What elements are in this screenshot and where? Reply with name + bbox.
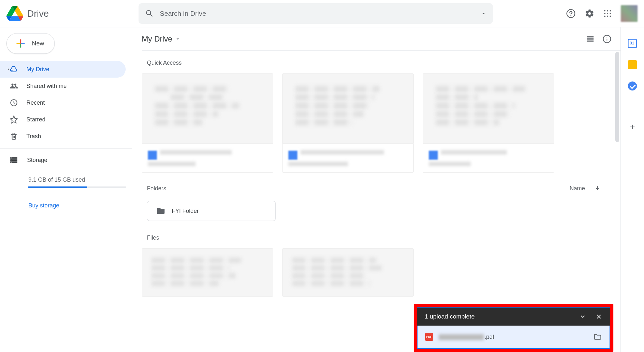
sidebar-item-label: Starred [26, 116, 45, 123]
card-meta [142, 144, 273, 173]
search-placeholder: Search in Drive [160, 10, 481, 17]
svg-point-9 [607, 16, 608, 17]
breadcrumb-label: My Drive [142, 34, 172, 43]
trash-icon [10, 132, 19, 140]
svg-point-3 [607, 10, 608, 11]
upload-complete-panel: 1 upload complete PDF .pdf [414, 304, 613, 352]
folder-item[interactable]: FYI Folder [147, 201, 276, 221]
card-thumbnail [142, 73, 273, 144]
drive-icon [10, 65, 19, 73]
sidebar-item-label: My Drive [26, 66, 49, 73]
svg-point-6 [607, 13, 608, 14]
folders-label: Folders [147, 185, 166, 192]
upload-title: 1 upload complete [425, 313, 570, 320]
apps-grid-icon[interactable] [603, 9, 612, 18]
doc-type-icon [288, 151, 297, 160]
collapse-chevron-icon[interactable] [579, 313, 586, 320]
sidebar-item-label: Recent [26, 100, 45, 106]
file-card[interactable] [282, 248, 414, 297]
clock-icon [10, 99, 19, 107]
scrollbar[interactable] [615, 52, 619, 142]
buy-storage-link[interactable]: Buy storage [28, 202, 126, 209]
folder-icon [156, 206, 165, 215]
info-icon[interactable] [602, 34, 611, 43]
quick-access-label: Quick Access [147, 60, 620, 66]
account-avatar[interactable] [621, 5, 638, 22]
settings-gear-icon[interactable] [585, 9, 594, 18]
svg-point-10 [610, 16, 611, 17]
upload-panel-header: 1 upload complete [417, 307, 610, 326]
sidebar-item-shared[interactable]: Shared with me [0, 78, 126, 94]
sidebar: New My Drive Shared with me Recent [0, 27, 132, 352]
new-button[interactable]: New [6, 33, 55, 54]
app-name: Drive [27, 8, 49, 19]
storage-usage-text: 9.1 GB of 15 GB used [28, 176, 126, 183]
arrow-down-icon [594, 185, 601, 192]
card-meta [423, 144, 554, 173]
sidebar-nav: My Drive Shared with me Recent Starred T… [0, 61, 132, 145]
svg-point-7 [610, 13, 611, 14]
plus-icon [14, 37, 27, 50]
files-grid [142, 248, 620, 297]
sidebar-item-label: Shared with me [26, 83, 67, 90]
quick-access-row [142, 73, 620, 173]
tasks-app-icon[interactable] [628, 81, 637, 90]
quick-access-card[interactable] [142, 73, 273, 173]
sidebar-item-recent[interactable]: Recent [0, 94, 126, 111]
locate-folder-icon[interactable] [593, 333, 602, 341]
svg-point-5 [604, 13, 605, 14]
star-icon [10, 115, 19, 124]
card-meta [282, 144, 414, 173]
main-content: My Drive Quick Access [132, 27, 621, 352]
quick-access-card[interactable] [282, 73, 414, 173]
breadcrumb[interactable]: My Drive [142, 34, 181, 43]
svg-point-1 [571, 15, 572, 16]
logo-area[interactable]: Drive [6, 5, 139, 22]
storage-section: Storage [0, 156, 132, 164]
card-thumbnail [282, 73, 414, 144]
sidebar-item-my-drive[interactable]: My Drive [0, 61, 126, 78]
sidebar-item-starred[interactable]: Starred [0, 111, 126, 128]
storage-icon [10, 156, 18, 164]
sort-control[interactable]: Name [570, 185, 601, 192]
storage-progress-fill [28, 186, 87, 188]
files-label: Files [147, 234, 620, 241]
uploaded-file-row[interactable]: PDF .pdf [417, 326, 610, 349]
quick-access-card[interactable] [423, 73, 554, 173]
drive-logo-icon [6, 5, 23, 22]
chevron-down-icon [175, 36, 181, 42]
sort-label: Name [570, 185, 585, 192]
app-header: Drive Search in Drive [0, 0, 644, 27]
svg-point-4 [610, 10, 611, 11]
doc-type-icon [148, 151, 157, 160]
storage-progress-bar [28, 186, 126, 188]
storage-label: Storage [27, 157, 47, 164]
people-icon [10, 82, 19, 90]
calendar-app-icon[interactable] [628, 39, 637, 48]
uploaded-filename: .pdf [439, 334, 494, 340]
file-card[interactable] [142, 248, 273, 297]
add-app-icon[interactable]: + [630, 122, 635, 132]
svg-point-2 [604, 10, 605, 11]
svg-point-8 [604, 16, 605, 17]
sidebar-divider [0, 148, 132, 149]
side-panel: + [621, 27, 644, 352]
close-icon[interactable] [595, 313, 602, 320]
folder-name: FYI Folder [172, 208, 199, 214]
keep-app-icon[interactable] [628, 60, 637, 69]
list-view-icon[interactable] [586, 34, 595, 43]
sidebar-item-label: Trash [26, 133, 41, 140]
help-icon[interactable] [566, 9, 576, 18]
search-icon [145, 9, 154, 18]
card-thumbnail [423, 73, 554, 144]
search-box[interactable]: Search in Drive [139, 3, 493, 24]
search-options-dropdown-icon[interactable] [481, 11, 486, 16]
pdf-badge-icon: PDF [425, 333, 433, 341]
new-button-label: New [32, 40, 44, 47]
sidebar-item-storage[interactable]: Storage [10, 156, 132, 164]
doc-type-icon [429, 151, 438, 160]
header-actions [566, 5, 638, 22]
sidebar-item-trash[interactable]: Trash [0, 128, 126, 145]
side-panel-divider [628, 106, 637, 106]
content-header: My Drive [142, 27, 620, 51]
